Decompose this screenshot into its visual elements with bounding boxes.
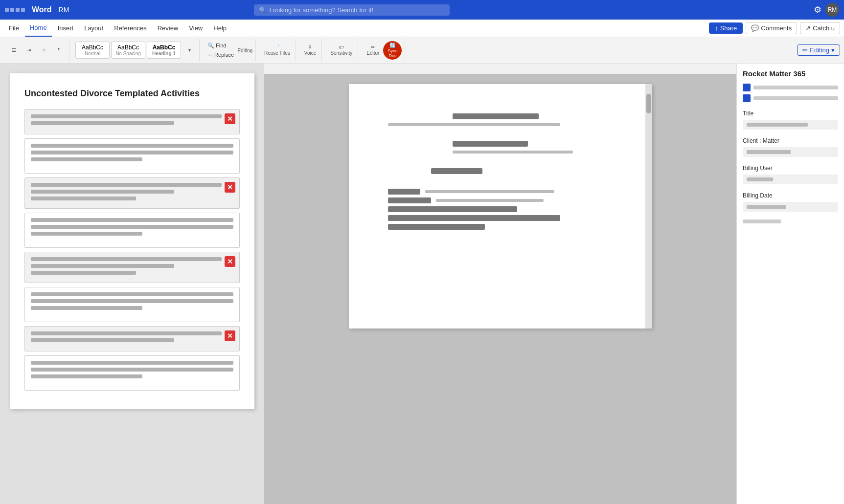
style-normal-label: Normal — [80, 51, 105, 56]
tab-layout[interactable]: Layout — [79, 20, 108, 37]
find-button[interactable]: 🔍 Find — [205, 42, 236, 50]
editor-button[interactable]: ✏ Editor — [364, 43, 382, 57]
tab-references[interactable]: References — [109, 20, 151, 37]
replace-button[interactable]: ↔ Replace — [205, 51, 236, 59]
extra-line — [743, 219, 781, 223]
remove-card-7-button[interactable]: ✕ — [225, 330, 235, 341]
right-panel-billing-user-section: Billing User — [743, 165, 838, 184]
share-label: Share — [720, 24, 737, 32]
window-dots — [5, 8, 25, 12]
toolbar: ☰ ⇥ ≡ ¶ AaBbCc Normal AaBbCc No Spacing … — [0, 37, 844, 64]
doc-section-1 — [388, 113, 603, 126]
activity-body-8 — [25, 356, 239, 390]
main-area: Uncontested Divorce Templated Activities… — [0, 64, 844, 504]
share-button[interactable]: ↑ Share — [709, 22, 743, 34]
reuse-files-button[interactable]: 📄 Reuse Files — [262, 43, 293, 57]
reuse-icon: 📄 — [274, 44, 280, 50]
microphone-icon: 🎙 — [308, 44, 313, 50]
doc-line — [388, 224, 485, 230]
activity-card-5: ✕ — [24, 252, 240, 283]
activity-card-1: ✕ — [24, 109, 240, 134]
sensitivity-button[interactable]: 🏷 Sensitivity — [328, 43, 355, 57]
comments-icon: 💬 — [751, 24, 759, 32]
chevron-down-icon: ▾ — [831, 46, 835, 54]
activity-card-3: ✕ — [24, 177, 240, 209]
toolbar-align-btn[interactable]: ≡ — [37, 46, 51, 54]
activity-body-4 — [25, 213, 239, 247]
tab-view[interactable]: View — [184, 20, 207, 37]
styles-more-btn[interactable]: ▾ — [182, 46, 196, 54]
list-icon: ☰ — [12, 47, 16, 53]
body-line-8-3 — [31, 374, 142, 378]
doc-line — [388, 215, 560, 221]
comments-button[interactable]: 💬 Comments — [746, 22, 797, 34]
toolbar-paragraph-btn[interactable]: ¶ — [52, 46, 66, 54]
style-heading1-name: AaBbCc — [151, 44, 177, 51]
body-line-6-1 — [31, 292, 233, 296]
dictate-button[interactable]: 🎙 Voice — [302, 43, 319, 57]
item-1-text — [753, 86, 838, 89]
right-panel-title: Rocket Matter 365 — [743, 69, 838, 78]
style-heading1[interactable]: AaBbCc Heading 1 — [147, 42, 181, 59]
dot-3 — [16, 8, 20, 12]
tab-file[interactable]: File — [4, 20, 24, 37]
tab-review[interactable]: Review — [153, 20, 183, 37]
activity-card-4 — [24, 213, 240, 248]
right-panel-item-2 — [743, 94, 838, 102]
avatar[interactable]: RM — [825, 3, 839, 17]
header-line-5-3 — [31, 271, 136, 275]
header-line-5-2 — [31, 264, 174, 268]
catch-button[interactable]: ↗ Catch u — [800, 22, 840, 34]
body-line-4-2 — [31, 225, 233, 229]
editing-mode-badge[interactable]: ✏ Editing ▾ — [797, 44, 840, 56]
body-line-2-3 — [31, 157, 142, 161]
style-normal[interactable]: AaBbCc Normal — [75, 42, 110, 59]
search-input[interactable] — [270, 6, 445, 14]
editing-mode-container: ✏ Editing ▾ — [797, 44, 840, 56]
doc-row — [388, 189, 603, 195]
remove-card-3-button[interactable]: ✕ — [225, 182, 235, 193]
doc-ruler — [264, 64, 736, 74]
body-line-2-2 — [31, 151, 233, 154]
toolbar-format-group: ☰ ⇥ ≡ ¶ — [4, 39, 69, 62]
activity-header-3: ✕ — [25, 178, 239, 208]
doc-scrollbar[interactable] — [645, 84, 652, 329]
toolbar-indent-btn[interactable]: ⇥ — [22, 46, 36, 54]
tab-help[interactable]: Help — [208, 20, 231, 37]
doc-line — [388, 123, 560, 126]
document-title: Uncontested Divorce Templated Activities — [24, 88, 240, 99]
remove-card-5-button[interactable]: ✕ — [225, 256, 235, 267]
activity-header-1: ✕ — [25, 110, 239, 134]
dot-4 — [21, 8, 25, 12]
search-bar[interactable]: 🔍 — [254, 4, 450, 16]
billing-date-field — [743, 202, 838, 212]
style-nospacing[interactable]: AaBbCc No Spacing — [111, 42, 145, 59]
right-panel-extra — [743, 219, 838, 223]
body-line-6-2 — [31, 299, 233, 303]
billing-user-field-value — [747, 177, 773, 181]
sensitivity-icon: 🏷 — [339, 44, 344, 50]
doc-line — [453, 141, 528, 147]
doc-text-content — [388, 113, 613, 230]
scroll-thumb[interactable] — [646, 94, 651, 113]
client-matter-label: Client : Matter — [743, 137, 838, 144]
sync-document-button[interactable]: 🔄 Sync Doc — [383, 41, 402, 60]
header-line-2 — [31, 121, 174, 125]
doc-section-2 — [388, 141, 603, 153]
blue-square-2 — [743, 94, 751, 102]
tab-home[interactable]: Home — [25, 20, 52, 37]
body-line-8-2 — [31, 368, 233, 372]
toolbar-list-btn[interactable]: ☰ — [7, 46, 21, 54]
reuse-files-label: Reuse Files — [264, 50, 290, 56]
doc-scroll-area — [264, 74, 736, 504]
tab-insert[interactable]: Insert — [53, 20, 79, 37]
right-panel-items — [743, 84, 838, 102]
right-panel: Rocket Matter 365 Title Client : Matter — [736, 64, 844, 504]
settings-icon[interactable]: ⚙ — [814, 4, 821, 15]
dot-1 — [5, 8, 9, 12]
header-line-3-1 — [31, 183, 222, 187]
body-line-6-3 — [31, 306, 142, 310]
header-line-7-1 — [31, 331, 222, 335]
remove-card-1-button[interactable]: ✕ — [225, 113, 235, 124]
doc-content-area — [264, 64, 736, 504]
